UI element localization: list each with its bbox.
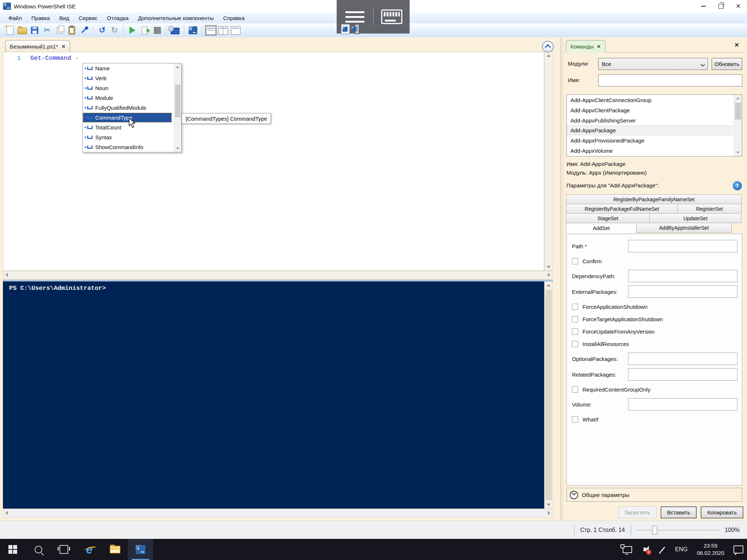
intellisense-item[interactable]: Noun	[83, 83, 172, 93]
undo-icon[interactable]: ↺	[96, 24, 108, 36]
action-center-icon[interactable]	[729, 539, 747, 560]
param-set-tab-RegisterSet[interactable]: RegisterSet	[677, 204, 742, 214]
intellisense-scrollbar[interactable]	[174, 63, 181, 152]
help-icon[interactable]: ?	[733, 181, 742, 190]
refresh-button[interactable]: Обновить	[712, 58, 742, 70]
commands-panel-tab[interactable]: Команды ×	[566, 40, 605, 52]
file-explorer-button[interactable]	[102, 539, 128, 560]
run-button[interactable]: Запустить	[618, 506, 656, 518]
menu-item-5[interactable]: Дополнительные компоненты	[133, 14, 218, 22]
paste-icon[interactable]	[66, 24, 78, 36]
commands-tab-close-icon[interactable]: ×	[597, 43, 601, 50]
command-list-item[interactable]: Add-AppvClientPackage	[567, 105, 733, 115]
new-script-icon[interactable]: ✶	[4, 24, 16, 36]
panel-splitter[interactable]	[560, 38, 564, 520]
menu-item-4[interactable]: Отладка	[102, 14, 133, 22]
layout-script-right-icon[interactable]	[217, 24, 229, 36]
run-script-icon[interactable]	[126, 24, 139, 36]
layout-script-top-icon[interactable]	[205, 24, 217, 36]
name-filter-input[interactable]	[598, 74, 742, 86]
console-pane[interactable]: PS C:\Users\Administrator>	[3, 281, 544, 509]
intellisense-item[interactable]: Module	[83, 93, 172, 103]
intellisense-item[interactable]: TotalCount	[83, 122, 172, 132]
checkbox-ForceApplicationShutdown[interactable]	[572, 304, 578, 310]
cut-icon[interactable]: ✂	[41, 24, 53, 36]
checkbox-ForceTargetApplicationShutdown[interactable]	[572, 316, 578, 322]
checkbox-Confirm[interactable]	[572, 258, 578, 264]
modules-dropdown[interactable]: Все	[598, 58, 708, 70]
command-list-item[interactable]: Add-AppxPackage	[567, 125, 733, 135]
minimize-button[interactable]	[694, 0, 712, 12]
param-set-tab-UpdateSet[interactable]: UpdateSet	[649, 213, 742, 223]
copy-icon[interactable]	[53, 24, 66, 36]
field-input-DependencyPath[interactable]	[628, 270, 738, 282]
language-indicator[interactable]: ENG	[671, 546, 692, 553]
checkbox-RequiredContentGroupOnly[interactable]	[572, 386, 578, 393]
task-view-button[interactable]	[51, 539, 77, 560]
network-tray-icon[interactable]	[619, 539, 636, 560]
checkbox-InstallAllResources[interactable]	[572, 341, 578, 347]
restore-button[interactable]	[712, 0, 729, 12]
copy-button[interactable]: Копировать	[701, 506, 743, 518]
command-list-scrollbar[interactable]	[734, 95, 742, 156]
menu-item-1[interactable]: Правка	[27, 14, 55, 22]
intellisense-item[interactable]: CommandType	[83, 113, 172, 122]
menu-item-0[interactable]: Файл	[4, 14, 27, 22]
stop-operation-icon[interactable]	[151, 24, 163, 36]
clock[interactable]: 23:59 06.02.2020	[692, 542, 729, 557]
editor-tab-close-icon[interactable]: ×	[62, 43, 65, 50]
field-input-OptionalPackages[interactable]	[628, 353, 738, 365]
touch-keyboard-icon[interactable]	[374, 9, 410, 24]
field-input-ExternalPackages[interactable]	[628, 285, 738, 298]
internet-explorer-button[interactable]: e	[77, 539, 102, 560]
intellisense-item[interactable]: FullyQualifiedModule	[83, 103, 172, 113]
menu-item-2[interactable]: Вид	[55, 14, 74, 22]
editor-vertical-scrollbar[interactable]	[544, 52, 553, 271]
command-list-item[interactable]: Add-AppxVolume	[567, 145, 733, 156]
insert-button[interactable]: Вставить	[661, 506, 697, 518]
open-script-icon[interactable]	[16, 24, 28, 36]
command-list-item[interactable]: Add-AppxProvisionedPackage	[567, 135, 733, 145]
command-list-item[interactable]: Add-AppvPublishingServer	[567, 115, 733, 125]
field-input-RelatedPackages[interactable]	[628, 368, 738, 381]
search-button[interactable]	[26, 539, 51, 560]
clear-console-icon[interactable]	[78, 24, 90, 36]
editor-horizontal-scrollbar[interactable]	[3, 271, 553, 279]
console-vertical-scrollbar[interactable]	[544, 281, 553, 509]
zoom-slider-thumb[interactable]	[652, 526, 657, 534]
common-params-expander[interactable]: Общие параметры	[566, 488, 742, 502]
param-set-tab-StageSet[interactable]: StageSet	[566, 213, 650, 223]
redo-icon[interactable]: ↻	[108, 24, 121, 36]
script-editor[interactable]: 1 Get-Command - NameVerbNounModuleFullyQ…	[3, 52, 544, 271]
command-list-item[interactable]: Add-AppvClientConnectionGroup	[567, 95, 733, 105]
layout-script-max-icon[interactable]	[229, 24, 242, 36]
console-horizontal-scrollbar[interactable]	[3, 509, 553, 518]
param-set-tab-RegisterByPackageFamilyNameSet[interactable]: RegisterByPackageFamilyNameSet	[566, 194, 742, 204]
intellisense-item[interactable]: ShowCommandInfo	[83, 142, 172, 152]
intellisense-item[interactable]: Name	[83, 63, 172, 73]
menu-item-6[interactable]: Справка	[218, 14, 249, 22]
zoom-slider[interactable]	[637, 526, 719, 534]
intellisense-item[interactable]: Syntax	[83, 132, 172, 142]
show-script-pane-icon[interactable]	[341, 24, 350, 34]
param-set-tab-RegisterByPackageFullNameSet[interactable]: RegisterByPackageFullNameSet	[566, 204, 678, 214]
param-set-tab-AddByAppInstallerSet[interactable]: AddByAppInstallerSet	[636, 223, 732, 233]
close-button[interactable]: ×	[729, 0, 747, 12]
checkbox-ForceUpdateFromAnyVersion[interactable]	[572, 328, 578, 335]
checkbox-WhatIf[interactable]	[572, 416, 578, 423]
script-pane-top-pressed[interactable]	[355, 24, 359, 34]
editor-tab[interactable]: Безымянный1.ps1* ×	[5, 40, 70, 52]
addon-pane-close-icon[interactable]: ×	[735, 41, 739, 49]
new-remote-tab-icon[interactable]	[169, 24, 181, 36]
start-powershell-icon[interactable]	[187, 24, 199, 36]
param-set-tab-AddSet[interactable]: AddSet	[566, 223, 636, 233]
hamburger-menu-icon[interactable]	[337, 11, 373, 23]
collapse-script-pane-button[interactable]	[542, 41, 554, 52]
run-selection-icon[interactable]	[139, 24, 151, 36]
field-input-Path[interactable]	[628, 240, 738, 252]
start-button[interactable]	[0, 539, 26, 560]
field-input-Volume[interactable]	[628, 398, 738, 411]
save-icon[interactable]	[28, 24, 41, 36]
pen-input-icon[interactable]	[654, 539, 671, 560]
intellisense-item[interactable]: Verb	[83, 73, 172, 83]
